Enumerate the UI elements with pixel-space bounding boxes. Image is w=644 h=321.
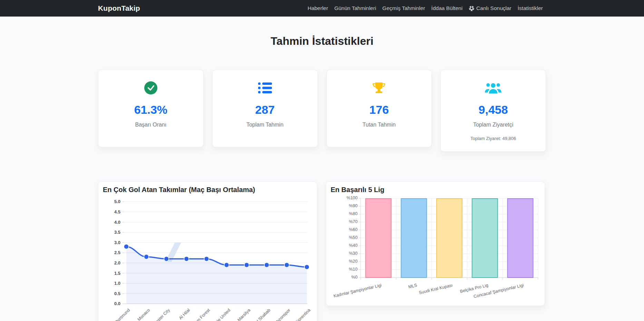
nav-item-label: Geçmiş Tahminler bbox=[382, 5, 425, 11]
stat-label: Toplam Tahmin bbox=[246, 121, 283, 128]
leagues-bar-chart: %0%10%20%30%40%50%60%70%80%90%100Kadınla… bbox=[326, 182, 545, 305]
y-axis-tick-label: %20 bbox=[326, 259, 358, 264]
data-point-Monaco[interactable] bbox=[144, 254, 149, 259]
y-axis-tick-label: 0.0 bbox=[98, 301, 120, 306]
trophy-icon bbox=[372, 81, 386, 95]
stat-label: Tutan Tahmin bbox=[362, 121, 396, 128]
y-axis-tick-label: %70 bbox=[326, 220, 358, 224]
y-axis-tick-label: %80 bbox=[326, 212, 358, 216]
y-axis-tick-label: %40 bbox=[326, 243, 358, 248]
data-point-Dortmund[interactable] bbox=[124, 244, 129, 249]
data-point-Fiorentina[interactable] bbox=[304, 265, 309, 270]
y-axis-tick-label: 3.0 bbox=[98, 240, 120, 245]
y-axis-tick-label: %60 bbox=[326, 228, 358, 232]
y-axis-tick-label: 2.5 bbox=[98, 250, 120, 255]
bar-Suudi Kral Kupası[interactable] bbox=[437, 199, 462, 278]
stat-value: 9,458 bbox=[479, 103, 508, 117]
stat-label: Başarı Oranı bbox=[135, 121, 167, 128]
y-axis-tick-label: 4.5 bbox=[98, 210, 120, 214]
stat-sublabel: Toplam Ziyaret: 49,806 bbox=[470, 136, 516, 141]
goals-line-chart-card: En Çok Gol Atan Takımlar (Maç Başı Ortal… bbox=[98, 181, 317, 321]
top-navbar: KuponTakip Haberler Günün Tahminleri Geç… bbox=[0, 0, 644, 17]
nav-item-iddaa-bulteni[interactable]: İddaa Bülteni bbox=[428, 5, 466, 11]
page-title: Tahmin İstatistikleri bbox=[98, 34, 546, 48]
data-point-Al Shabab[interactable] bbox=[264, 263, 269, 268]
nav-item-gecmis-tahminler[interactable]: Geçmiş Tahminler bbox=[379, 5, 428, 11]
users-icon bbox=[485, 81, 501, 95]
y-axis-tick-label: 3.5 bbox=[98, 230, 120, 234]
data-point-Manchester City[interactable] bbox=[164, 257, 169, 261]
y-axis-tick-label: %50 bbox=[326, 235, 358, 240]
bar-Belçika Pro Lig[interactable] bbox=[472, 199, 498, 278]
stat-card-basari-orani: 61.3% Başarı Oranı bbox=[98, 70, 204, 147]
list-icon bbox=[258, 81, 272, 95]
nav-item-label: Haberler bbox=[308, 5, 328, 11]
bar-MLS[interactable] bbox=[401, 199, 427, 278]
y-axis-tick-label: %90 bbox=[326, 204, 358, 208]
nav-item-istatistikler[interactable]: İstatistikler bbox=[515, 5, 546, 11]
y-axis-tick-label: 5.0 bbox=[98, 199, 120, 204]
soccer-ball-icon bbox=[469, 6, 475, 11]
y-axis-tick-label: 1.0 bbox=[98, 281, 120, 285]
nav-item-label: Günün Tahminleri bbox=[334, 5, 376, 11]
nav-item-canli-sonuclar[interactable]: Canlı Sonuçlar bbox=[466, 5, 515, 11]
stat-card-toplam-tahmin: 287 Toplam Tahmin bbox=[212, 70, 318, 147]
y-axis-tick-label: 1.5 bbox=[98, 271, 120, 275]
stat-value: 61.3% bbox=[134, 103, 167, 117]
stats-row: 61.3% Başarı Oranı 287 Toplam Tahmin bbox=[98, 70, 546, 152]
stat-value: 287 bbox=[255, 103, 275, 117]
goals-line-chart: 0.00.51.01.52.02.53.03.54.04.55.0Dortmun… bbox=[98, 182, 317, 321]
y-axis-tick-label: %100 bbox=[326, 196, 358, 200]
stat-card-toplam-ziyaretci: 9,458 Toplam Ziyaretçi Toplam Ziyaret: 4… bbox=[440, 70, 546, 152]
y-axis-tick-label: %0 bbox=[326, 275, 358, 280]
stat-label: Toplam Ziyaretçi bbox=[473, 121, 513, 128]
nav-item-label: Canlı Sonuçlar bbox=[476, 5, 511, 11]
charts-row: En Çok Gol Atan Takımlar (Maç Başı Ortal… bbox=[98, 181, 546, 321]
nav-item-haberler[interactable]: Haberler bbox=[304, 5, 331, 11]
brand-logo[interactable]: KuponTakip bbox=[98, 4, 140, 12]
data-point-Newcastle United[interactable] bbox=[224, 263, 229, 268]
data-point-Marsilya[interactable] bbox=[244, 263, 249, 268]
check-circle-icon bbox=[144, 81, 157, 95]
nav-menu: Haberler Günün Tahminleri Geçmiş Tahminl… bbox=[304, 5, 546, 11]
data-point-Trabzonspor[interactable] bbox=[284, 263, 289, 268]
leagues-bar-chart-card: En Başarılı 5 Lig %0%10%20%30%40%50%60%7… bbox=[326, 181, 545, 306]
y-axis-tick-label: 0.5 bbox=[98, 291, 120, 296]
y-axis-tick-label: %30 bbox=[326, 251, 358, 256]
nav-item-gunun-tahminleri[interactable]: Günün Tahminleri bbox=[331, 5, 379, 11]
stat-value: 176 bbox=[369, 103, 389, 117]
stat-card-tutan-tahmin: 176 Tutan Tahmin bbox=[326, 70, 432, 147]
data-point-Nottingham Forest[interactable] bbox=[204, 257, 209, 261]
y-axis-tick-label: %10 bbox=[326, 267, 358, 272]
bar-Concacaf Şampiyonlar Ligi[interactable] bbox=[508, 199, 533, 278]
data-point-Al Hilal[interactable] bbox=[184, 257, 189, 261]
nav-item-label: İddaa Bülteni bbox=[431, 5, 463, 11]
bar-Kadınlar Şampiyonlar Ligi[interactable] bbox=[365, 199, 391, 278]
nav-item-label: İstatistikler bbox=[518, 5, 543, 11]
y-axis-tick-label: 4.0 bbox=[98, 220, 120, 224]
y-axis-tick-label: 2.0 bbox=[98, 261, 120, 265]
